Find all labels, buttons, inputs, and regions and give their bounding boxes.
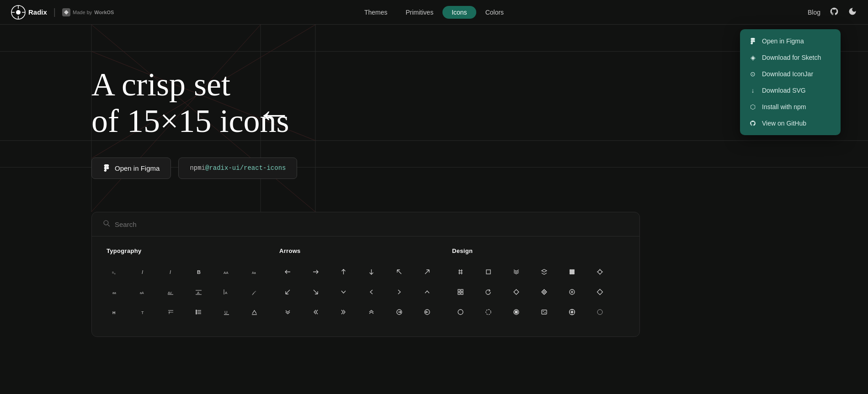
icon-font-size-large[interactable]: AA	[218, 263, 234, 280]
radix-text: Radix	[28, 8, 47, 16]
workos-name: WorkOS	[94, 10, 114, 15]
icon-chevron-down[interactable]	[335, 284, 351, 300]
icon-size-small[interactable]: Ss	[107, 263, 123, 280]
svg-text:aA: aA	[140, 291, 144, 294]
icon-arrow-right[interactable]	[307, 263, 324, 280]
icon-double-chevron-left[interactable]	[307, 304, 324, 320]
icon-chevron-up[interactable]	[419, 284, 435, 300]
nav-themes[interactable]: Themes	[355, 6, 397, 19]
svg-point-58	[571, 269, 573, 271]
icon-italic2[interactable]: I	[162, 263, 179, 280]
icon-lowercase[interactable]: aa	[107, 284, 123, 300]
dropdown-open-figma[interactable]: Open in Figma	[740, 33, 841, 49]
nav-github-icon[interactable]	[830, 7, 839, 17]
icon-underline[interactable]: U	[218, 304, 234, 320]
svg-text:s: s	[114, 272, 116, 275]
svg-point-1	[16, 10, 21, 15]
icon-uppercase[interactable]: aA	[134, 284, 151, 300]
svg-text:𝒻: 𝒻	[252, 290, 256, 295]
nav-theme-toggle[interactable]	[848, 7, 857, 17]
icon-aspect-ratio[interactable]	[536, 304, 552, 320]
icon-circle-outline[interactable]	[452, 304, 469, 320]
svg-text:S: S	[112, 271, 114, 274]
logo-area: Radix | Made by WorkOS	[11, 5, 114, 20]
icon-circle-dot[interactable]	[508, 304, 524, 320]
icon-diamond[interactable]	[508, 284, 524, 300]
icon-circle-dashed[interactable]	[480, 304, 496, 320]
svg-text:B: B	[197, 269, 201, 275]
svg-text:A: A	[225, 291, 228, 295]
radix-logo[interactable]: Radix	[11, 5, 47, 20]
svg-line-18	[108, 225, 110, 226]
icon-italic[interactable]: I	[134, 263, 151, 280]
icon-hashtag[interactable]	[452, 263, 469, 280]
dropdown-download-svg[interactable]: ↓ Download SVG	[740, 82, 841, 99]
icon-chevron-up-double[interactable]	[363, 304, 379, 320]
radix-logo-icon	[11, 5, 26, 20]
dropdown-install-npm[interactable]: ⬡ Install with npm	[740, 99, 841, 115]
icon-text[interactable]: T	[134, 304, 151, 320]
svg-text:U: U	[224, 310, 228, 315]
svg-text:H: H	[112, 310, 116, 315]
svg-rect-70	[461, 292, 463, 294]
icon-arrow-up[interactable]	[335, 263, 351, 280]
icon-arrow-circle-right[interactable]	[419, 304, 435, 320]
icon-chevron-down-double[interactable]	[279, 304, 296, 320]
icon-letter-spacing[interactable]: AV	[162, 284, 179, 300]
icon-arrow-down[interactable]	[363, 263, 379, 280]
icon-refresh[interactable]	[480, 284, 496, 300]
icon-radix-logo-icon[interactable]	[564, 304, 580, 320]
svg-text:I: I	[142, 269, 143, 275]
icon-double-chevron-right[interactable]	[335, 304, 351, 320]
icon-heading[interactable]: H	[107, 304, 123, 320]
icon-list[interactable]	[190, 304, 207, 320]
svg-point-63	[570, 273, 571, 274]
svg-text:T: T	[141, 310, 144, 315]
icon-target[interactable]	[564, 284, 580, 300]
search-icon	[103, 220, 110, 229]
icon-bold[interactable]: B	[190, 263, 207, 280]
icon-arrow-circle[interactable]	[391, 304, 407, 320]
icon-grid-2[interactable]	[564, 263, 580, 280]
icon-arrow-left[interactable]	[279, 263, 296, 280]
icon-arrow-bottom-left[interactable]	[279, 284, 296, 300]
arrows-icons	[279, 263, 443, 320]
svg-point-65	[573, 273, 574, 274]
icon-chevron-right[interactable]	[391, 284, 407, 300]
icon-grid-view[interactable]	[452, 284, 469, 300]
icon-crosshair[interactable]	[591, 263, 608, 280]
icon-overline[interactable]	[246, 304, 262, 320]
nav-primitives[interactable]: Primitives	[396, 6, 442, 19]
icon-arrow-top-left[interactable]	[391, 263, 407, 280]
dropdown-download-iconjar[interactable]: ⊙ Download IconJar	[740, 66, 841, 82]
workos-logo[interactable]: Made by WorkOS	[62, 8, 114, 16]
icon-script[interactable]: 𝒻	[246, 284, 262, 300]
search-input[interactable]	[115, 221, 628, 228]
nav-blog[interactable]: Blog	[808, 9, 820, 16]
nav-icons[interactable]: Icons	[442, 6, 476, 19]
icon-arrow-bottom-right[interactable]	[307, 284, 324, 300]
nav-colors[interactable]: Colors	[476, 6, 513, 19]
icon-stack[interactable]	[536, 263, 552, 280]
svg-point-62	[573, 271, 574, 273]
icon-circle-light[interactable]	[591, 304, 608, 320]
icon-font-case[interactable]: Aa	[246, 263, 262, 280]
icon-arrow-top-right[interactable]	[419, 263, 435, 280]
icon-diamond-outline[interactable]	[591, 284, 608, 300]
icon-layers[interactable]	[508, 263, 524, 280]
icon-crop[interactable]	[480, 263, 496, 280]
icon-diamond-filled[interactable]	[536, 284, 552, 300]
icon-chevron-left[interactable]	[363, 284, 379, 300]
icon-strikethrough[interactable]: I	[162, 304, 179, 320]
dropdown-view-github[interactable]: View on GitHub	[740, 115, 841, 131]
icon-sections: Typography Ss I I B AA Aa	[92, 236, 639, 336]
icon-font-height[interactable]: A	[218, 284, 234, 300]
open-figma-button[interactable]: Open in Figma	[91, 158, 171, 179]
icon-line-height[interactable]: A	[190, 284, 207, 300]
svg-point-44	[196, 310, 197, 311]
dropdown-download-sketch[interactable]: ◈ Download for Sketch	[740, 49, 841, 66]
hero-buttons: Open in Figma npm i @radix-ui/react-icon…	[91, 158, 868, 179]
svg-text:Aa: Aa	[252, 271, 256, 274]
npm-command[interactable]: npm i @radix-ui/react-icons	[178, 158, 297, 179]
svg-point-45	[196, 311, 197, 312]
